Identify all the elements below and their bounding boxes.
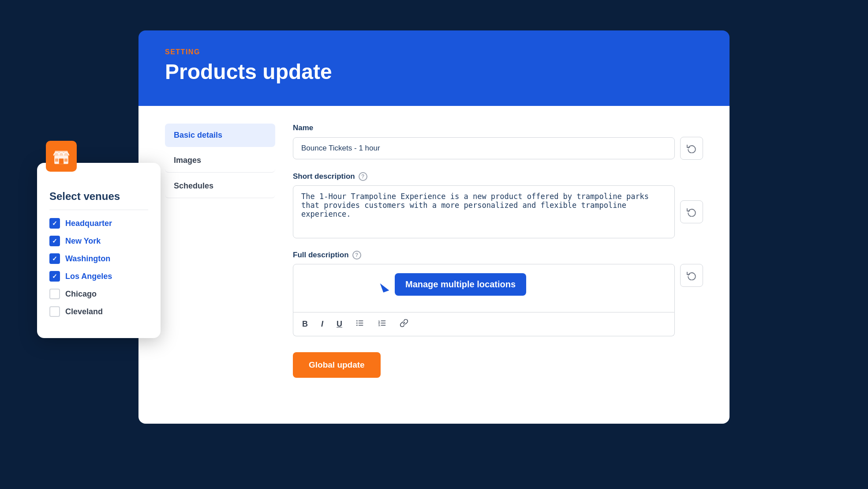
link-button[interactable]: [397, 317, 411, 331]
short-desc-input-row: The 1-Hour Trampoline Experience is a ne…: [293, 185, 703, 238]
full-desc-reset-button[interactable]: [680, 264, 703, 287]
nav-item-images[interactable]: Images: [165, 149, 275, 173]
name-input-row: [293, 137, 703, 160]
store-icon-wrapper: [46, 141, 77, 172]
full-desc-label: Full description ?: [293, 251, 703, 260]
venue-item-washington[interactable]: Washington: [49, 253, 148, 264]
venue-panel-title: Select venues: [49, 190, 148, 203]
short-desc-reset-button[interactable]: [680, 200, 703, 223]
form-area: Name Short description ?: [293, 124, 703, 406]
short-desc-label: Short description ?: [293, 172, 703, 181]
nav-item-schedules[interactable]: Schedules: [165, 174, 275, 198]
global-update-button[interactable]: Global update: [293, 352, 381, 378]
svg-point-3: [356, 320, 358, 322]
venue-item-new-york[interactable]: New York: [49, 236, 148, 246]
editor-toolbar: B I U: [293, 312, 675, 336]
name-reset-button[interactable]: [680, 137, 703, 160]
venue-label-washington: Washington: [65, 254, 110, 263]
venue-checkbox-los-angeles[interactable]: [49, 271, 60, 282]
manage-locations-tooltip: Manage multiple locations: [395, 273, 526, 296]
venue-label-cleveland: Cleveland: [65, 307, 103, 316]
venue-checkbox-cleveland[interactable]: [49, 306, 60, 317]
name-input[interactable]: [293, 137, 675, 159]
full-desc-field-group: Full description ? Manage multiple locat…: [293, 251, 703, 336]
svg-point-5: [356, 325, 358, 326]
venue-label-los-angeles: Los Angeles: [65, 272, 112, 281]
svg-rect-13: [59, 158, 64, 164]
venue-panel: Select venues Headquarter New York Washi…: [37, 163, 161, 338]
nav-item-basic-details[interactable]: Basic details: [165, 124, 275, 147]
page-header: SETTING Products update: [138, 30, 730, 106]
venue-checkbox-headquarter[interactable]: [49, 218, 60, 229]
main-container: SETTING Products update Basic details Im…: [138, 30, 730, 459]
venue-checkbox-chicago[interactable]: [49, 289, 60, 299]
sidebar-nav: Basic details Images Schedules: [165, 124, 275, 406]
venue-checkbox-new-york[interactable]: [49, 236, 60, 246]
name-label: Name: [293, 124, 703, 132]
short-desc-textarea[interactable]: The 1-Hour Trampoline Experience is a ne…: [293, 185, 675, 238]
svg-point-4: [356, 323, 358, 324]
full-desc-help-icon[interactable]: ?: [352, 251, 361, 260]
short-desc-help-icon[interactable]: ?: [359, 172, 367, 181]
full-desc-body: Manage multiple locations: [293, 264, 675, 312]
store-icon: [46, 141, 77, 172]
svg-rect-15: [64, 158, 67, 162]
full-desc-input-row: Manage multiple locations B I U: [293, 264, 703, 336]
svg-text:3.: 3.: [378, 324, 381, 327]
bold-button[interactable]: B: [299, 318, 311, 331]
venue-label-headquarter: Headquarter: [65, 219, 112, 228]
unordered-list-button[interactable]: [353, 317, 367, 331]
venue-checkbox-washington[interactable]: [49, 253, 60, 264]
venue-item-los-angeles[interactable]: Los Angeles: [49, 271, 148, 282]
cursor-arrow-icon: [380, 281, 389, 292]
venue-label-chicago: Chicago: [65, 290, 97, 299]
full-desc-wrapper: Manage multiple locations B I U: [293, 264, 675, 336]
page-title: Products update: [165, 60, 703, 84]
italic-button[interactable]: I: [318, 318, 326, 331]
ordered-list-button[interactable]: 1. 2. 3.: [375, 317, 389, 331]
svg-rect-14: [55, 158, 58, 162]
venue-item-cleveland[interactable]: Cleveland: [49, 306, 148, 317]
setting-label: SETTING: [165, 48, 703, 56]
content-area: Basic details Images Schedules Name: [138, 106, 730, 424]
venue-item-chicago[interactable]: Chicago: [49, 289, 148, 299]
venue-label-new-york: New York: [65, 237, 101, 246]
venue-divider: [49, 210, 148, 210]
venue-item-headquarter[interactable]: Headquarter: [49, 218, 148, 229]
short-desc-field-group: Short description ? The 1-Hour Trampolin…: [293, 172, 703, 238]
name-field-group: Name: [293, 124, 703, 160]
underline-button[interactable]: U: [334, 318, 345, 331]
